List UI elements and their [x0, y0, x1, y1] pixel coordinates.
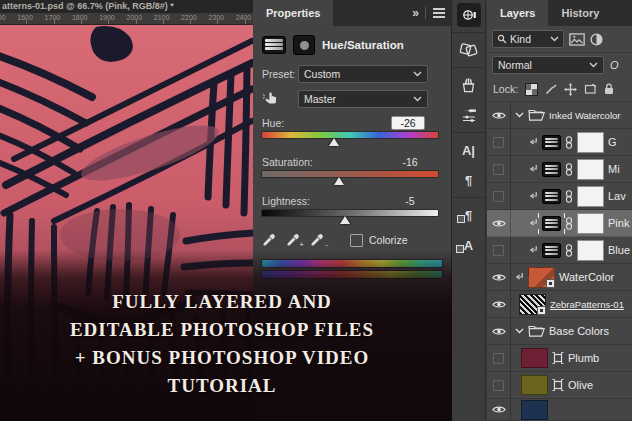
layer-row[interactable]: Inked Watercolor — [487, 102, 632, 129]
visibility-toggle[interactable] — [487, 129, 511, 155]
eye-icon[interactable] — [492, 219, 506, 228]
visibility-toggle[interactable] — [487, 183, 511, 209]
layer-row[interactable]: Olive — [487, 372, 632, 399]
clipping-mask-arrow-icon — [529, 218, 538, 228]
hue-track[interactable] — [262, 132, 442, 147]
eyedropper-plus-icon[interactable]: + — [286, 233, 301, 247]
visibility-toggle[interactable] — [487, 210, 511, 236]
color-fill-thumbnail[interactable] — [521, 400, 548, 420]
eyedropper-icon[interactable] — [262, 233, 277, 247]
paragraph-styles-panel-icon[interactable]: ¶ — [452, 200, 485, 230]
visibility-empty[interactable] — [493, 380, 504, 391]
colorize-checkbox[interactable] — [350, 234, 363, 247]
brush-settings-panel-icon[interactable] — [452, 100, 485, 130]
layer-row[interactable] — [487, 399, 632, 421]
hue-value-input[interactable]: -26 — [392, 117, 424, 129]
layer-row[interactable]: WaterColor — [487, 264, 632, 291]
adjustment-layer-thumbnail[interactable] — [542, 135, 561, 150]
visibility-toggle[interactable] — [487, 372, 511, 398]
visibility-empty[interactable] — [493, 137, 504, 148]
layer-mask-icon[interactable] — [293, 35, 315, 55]
eyedropper-minus-icon[interactable]: - — [310, 233, 325, 247]
visibility-toggle[interactable] — [487, 318, 511, 344]
link-icon[interactable] — [565, 190, 573, 203]
lightness-track[interactable] — [262, 210, 442, 225]
eye-icon[interactable] — [492, 405, 506, 414]
layer-row[interactable]: Blue — [487, 237, 632, 264]
layer-mask-thumbnail[interactable] — [577, 132, 604, 153]
layer-mask-thumbnail[interactable] — [577, 240, 604, 261]
lock-transparency-icon[interactable] — [525, 83, 538, 96]
chevron-down-icon[interactable] — [515, 112, 524, 118]
lock-position-move-icon[interactable] — [564, 83, 577, 96]
layer-name: Base Colors — [549, 325, 609, 337]
shapes-panel-icon[interactable] — [452, 35, 485, 65]
saturation-track[interactable] — [262, 171, 442, 186]
layer-row[interactable]: Mi — [487, 156, 632, 183]
character-panel-icon[interactable]: A| — [452, 135, 485, 165]
adjustment-layer-thumbnail[interactable] — [542, 189, 561, 204]
visibility-empty[interactable] — [493, 164, 504, 175]
layer-mask-thumbnail[interactable] — [577, 186, 604, 207]
visibility-empty[interactable] — [493, 353, 504, 364]
layer-row[interactable]: Pink — [487, 210, 632, 237]
saturation-slider-thumb[interactable] — [334, 177, 344, 185]
eye-icon[interactable] — [492, 327, 506, 336]
visibility-toggle[interactable] — [487, 156, 511, 182]
lock-artboard-icon[interactable] — [584, 83, 597, 95]
link-icon[interactable] — [565, 244, 573, 257]
layer-row[interactable]: Base Colors — [487, 318, 632, 345]
eye-icon[interactable] — [492, 300, 506, 309]
paragraph-panel-icon[interactable]: ¶ — [452, 165, 485, 195]
link-icon[interactable] — [565, 136, 573, 149]
layer-row[interactable]: G — [487, 129, 632, 156]
link-icon[interactable] — [565, 217, 573, 230]
color-fill-thumbnail[interactable] — [521, 375, 548, 395]
layer-row[interactable]: Plumb — [487, 345, 632, 372]
lock-all-padlock-icon[interactable] — [604, 83, 614, 95]
saturation-value-input[interactable]: -16 — [396, 156, 424, 168]
visibility-toggle[interactable] — [487, 291, 511, 317]
blend-mode-dropdown[interactable]: Normal — [492, 56, 604, 74]
eye-icon[interactable] — [492, 111, 506, 120]
hue-slider-thumb[interactable] — [329, 138, 339, 146]
smart-object-thumbnail[interactable] — [519, 294, 546, 315]
brushes-panel-icon[interactable] — [452, 70, 485, 100]
eye-icon[interactable] — [492, 273, 506, 282]
tab-history[interactable]: History — [548, 0, 612, 26]
adjustment-layer-thumbnail[interactable] — [542, 243, 561, 258]
lightness-slider-thumb[interactable] — [340, 216, 350, 224]
layer-mask-thumbnail[interactable] — [577, 159, 604, 180]
adjustment-layer-thumbnail[interactable] — [542, 162, 561, 177]
lock-paint-brush-icon[interactable] — [545, 83, 557, 95]
color-fill-thumbnail[interactable] — [521, 348, 548, 368]
panel-menu-icon[interactable] — [433, 6, 445, 20]
visibility-empty[interactable] — [493, 191, 504, 202]
visibility-empty[interactable] — [493, 245, 504, 256]
smart-object-thumbnail[interactable] — [528, 267, 555, 288]
layer-row[interactable]: Lav — [487, 183, 632, 210]
visibility-toggle[interactable] — [487, 345, 511, 371]
adjustment-layer-thumbnail[interactable] — [542, 216, 561, 231]
visibility-toggle[interactable] — [487, 102, 511, 128]
chevron-down-icon[interactable] — [515, 328, 524, 334]
character-styles-panel-icon[interactable]: A — [452, 230, 485, 260]
lightness-value-input[interactable]: -5 — [396, 195, 424, 207]
channel-dropdown[interactable]: Master — [298, 90, 428, 108]
filter-kind-dropdown[interactable]: Kind — [492, 30, 564, 48]
tab-layers[interactable]: Layers — [487, 0, 548, 26]
visibility-toggle[interactable] — [487, 237, 511, 263]
targeted-adjustment-icon[interactable] — [262, 91, 298, 108]
visibility-toggle[interactable] — [487, 264, 511, 290]
tab-properties[interactable]: Properties — [253, 0, 333, 26]
preset-dropdown[interactable]: Custom — [298, 65, 428, 83]
collapse-panels-icon[interactable]: » — [412, 6, 418, 20]
libraries-panel-icon[interactable] — [452, 0, 485, 30]
filter-adjustment-layers-icon[interactable] — [590, 33, 603, 46]
smart-object-badge — [537, 306, 546, 315]
layer-row[interactable]: ZebraPatterns-01 — [487, 291, 632, 318]
visibility-toggle[interactable] — [487, 399, 511, 420]
link-icon[interactable] — [565, 163, 573, 176]
layer-mask-thumbnail[interactable] — [577, 213, 604, 234]
filter-pixel-layers-icon[interactable] — [569, 33, 585, 46]
